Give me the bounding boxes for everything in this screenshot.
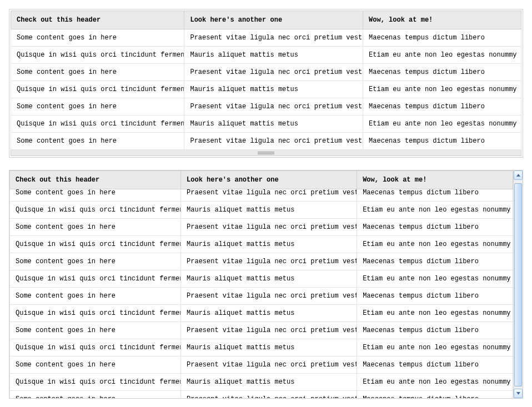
table-cell: Praesent vitae ligula nec orci pretium v…: [184, 98, 363, 115]
table-cell: Quisque in wisi quis orci tincidunt ferm…: [10, 270, 181, 288]
table-row: Quisque in wisi quis orci tincidunt ferm…: [10, 339, 513, 356]
table-row: Some content goes in herePraesent vitae …: [10, 288, 513, 305]
table-cell: Maecenas tempus dictum libero: [357, 219, 513, 236]
table-cell: Etiam eu ante non leo egestas nonummy: [357, 339, 513, 356]
table-cell: Maecenas tempus dictum libero: [357, 253, 513, 270]
table-cell: Quisque in wisi quis orci tincidunt ferm…: [10, 236, 181, 253]
table-cell: Mauris aliquet mattis metus: [181, 374, 357, 391]
table-cell: Some content goes in here: [10, 253, 181, 270]
column-header[interactable]: Look here's another one: [184, 11, 363, 29]
table-cell: Mauris aliquet mattis metus: [184, 115, 363, 133]
table-row: Some content goes in herePraesent vitae …: [11, 29, 521, 47]
table-cell: Praesent vitae ligula nec orci pretium v…: [181, 391, 357, 399]
column-header[interactable]: Wow, look at me!: [363, 11, 521, 29]
table-cell: Mauris aliquet mattis metus: [184, 47, 363, 64]
table-row: Some content goes in herePraesent vitae …: [10, 356, 513, 374]
table-cell: Maecenas tempus dictum libero: [363, 64, 521, 81]
table-cell: Etiam eu ante non leo egestas nonummy: [363, 81, 521, 98]
table-cell: Some content goes in here: [11, 64, 184, 81]
table-row: Quisque in wisi quis orci tincidunt ferm…: [11, 81, 521, 98]
table-cell: Etiam eu ante non leo egestas nonummy: [363, 47, 521, 64]
table-cell: Quisque in wisi quis orci tincidunt ferm…: [10, 339, 181, 356]
table-row: Some content goes in herePraesent vitae …: [10, 253, 513, 270]
grip-icon: [11, 150, 521, 155]
table-row: Quisque in wisi quis orci tincidunt ferm…: [10, 236, 513, 253]
table-cell: Praesent vitae ligula nec orci pretium v…: [181, 253, 357, 270]
table-cell: Quisque in wisi quis orci tincidunt ferm…: [11, 81, 184, 98]
svg-marker-0: [516, 174, 520, 177]
table-row: Quisque in wisi quis orci tincidunt ferm…: [10, 305, 513, 322]
column-header[interactable]: Check out this header: [10, 171, 181, 189]
vertical-scrollbar[interactable]: [513, 170, 523, 398]
table-cell: Quisque in wisi quis orci tincidunt ferm…: [10, 305, 181, 322]
column-header[interactable]: Look here's another one: [181, 171, 357, 189]
table-cell: Etiam eu ante non leo egestas nonummy: [357, 236, 513, 253]
scroll-up-button[interactable]: [514, 170, 523, 180]
resize-grip-row[interactable]: [11, 150, 521, 156]
table-header-fixed: Check out this header Look here's anothe…: [9, 170, 513, 189]
table-top: Check out this header Look here's anothe…: [11, 11, 521, 156]
scrollbar-thumb[interactable]: [514, 183, 522, 386]
table-cell: Praesent vitae ligula nec orci pretium v…: [181, 288, 357, 305]
table-body-viewport[interactable]: Some content goes in herePraesent vitae …: [9, 170, 513, 398]
table-row: Some content goes in herePraesent vitae …: [10, 322, 513, 339]
table-row: Some content goes in herePraesent vitae …: [11, 64, 521, 81]
table-cell: Some content goes in here: [10, 322, 181, 339]
table-cell: Etiam eu ante non leo egestas nonummy: [357, 305, 513, 322]
table-cell: Praesent vitae ligula nec orci pretium v…: [184, 133, 363, 150]
table-cell: Mauris aliquet mattis metus: [184, 81, 363, 98]
table-row: Some content goes in herePraesent vitae …: [11, 133, 521, 150]
table-cell: Maecenas tempus dictum libero: [357, 288, 513, 305]
table-bottom-body: Some content goes in herePraesent vitae …: [9, 184, 513, 398]
table-cell: Mauris aliquet mattis metus: [181, 236, 357, 253]
table-cell: Quisque in wisi quis orci tincidunt ferm…: [10, 374, 181, 391]
table-cell: Maecenas tempus dictum libero: [357, 356, 513, 374]
table-cell: Mauris aliquet mattis metus: [181, 202, 357, 219]
table-cell: Some content goes in here: [11, 29, 184, 47]
column-header[interactable]: Check out this header: [11, 11, 184, 29]
table-cell: Mauris aliquet mattis metus: [181, 305, 357, 322]
table-cell: Mauris aliquet mattis metus: [181, 270, 357, 288]
table-cell: Praesent vitae ligula nec orci pretium v…: [184, 29, 363, 47]
column-header[interactable]: Wow, look at me!: [357, 171, 513, 189]
table-row: Quisque in wisi quis orci tincidunt ferm…: [11, 115, 521, 133]
table-cell: Some content goes in here: [11, 133, 184, 150]
table-cell: Maecenas tempus dictum libero: [357, 391, 513, 399]
table-cell: Maecenas tempus dictum libero: [363, 98, 521, 115]
table-cell: Etiam eu ante non leo egestas nonummy: [363, 115, 521, 133]
table-row: Some content goes in herePraesent vitae …: [10, 219, 513, 236]
table-cell: Maecenas tempus dictum libero: [363, 29, 521, 47]
table-cell: Etiam eu ante non leo egestas nonummy: [357, 202, 513, 219]
table-cell: Praesent vitae ligula nec orci pretium v…: [181, 322, 357, 339]
table-cell: Etiam eu ante non leo egestas nonummy: [357, 270, 513, 288]
table-cell: Some content goes in here: [11, 98, 184, 115]
table-row: Quisque in wisi quis orci tincidunt ferm…: [11, 47, 521, 64]
table-cell: Maecenas tempus dictum libero: [363, 133, 521, 150]
table-cell: Quisque in wisi quis orci tincidunt ferm…: [11, 47, 184, 64]
table-cell: Etiam eu ante non leo egestas nonummy: [357, 374, 513, 391]
scrollbar-track[interactable]: [514, 180, 523, 389]
table-cell: Quisque in wisi quis orci tincidunt ferm…: [11, 115, 184, 133]
scroll-down-button[interactable]: [514, 389, 523, 398]
table-cell: Praesent vitae ligula nec orci pretium v…: [184, 64, 363, 81]
table-cell: Maecenas tempus dictum libero: [357, 322, 513, 339]
table-cell: Praesent vitae ligula nec orci pretium v…: [181, 219, 357, 236]
table-row: Some content goes in herePraesent vitae …: [11, 98, 521, 115]
table-cell: Some content goes in here: [10, 356, 181, 374]
table-cell: Some content goes in here: [10, 219, 181, 236]
table-cell: Mauris aliquet mattis metus: [181, 339, 357, 356]
table-row: Quisque in wisi quis orci tincidunt ferm…: [10, 270, 513, 288]
svg-marker-1: [516, 392, 520, 395]
table-cell: Praesent vitae ligula nec orci pretium v…: [181, 356, 357, 374]
table-row: Quisque in wisi quis orci tincidunt ferm…: [10, 374, 513, 391]
table-cell: Quisque in wisi quis orci tincidunt ferm…: [10, 202, 181, 219]
table-header-row: Check out this header Look here's anothe…: [11, 11, 521, 29]
data-table-top: Check out this header Look here's anothe…: [9, 9, 523, 158]
table-row: Quisque in wisi quis orci tincidunt ferm…: [10, 202, 513, 219]
table-cell: Some content goes in here: [10, 391, 181, 399]
data-table-bottom: Some content goes in herePraesent vitae …: [9, 170, 523, 399]
table-cell: Some content goes in here: [10, 288, 181, 305]
table-row: Some content goes in herePraesent vitae …: [10, 391, 513, 399]
